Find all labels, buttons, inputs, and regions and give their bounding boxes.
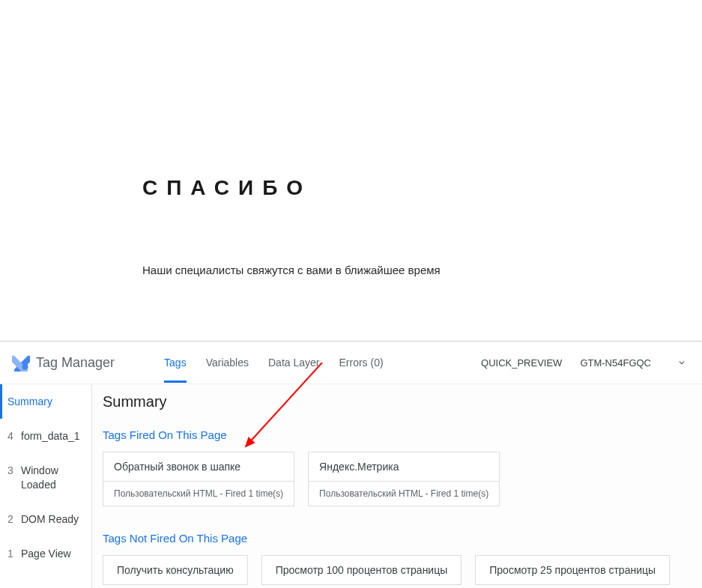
svg-point-2 (22, 364, 28, 370)
page-content: СПАСИБО Наши специалисты свяжутся с вами… (0, 0, 702, 341)
preview-label: QUICK_PREVIEW (481, 357, 562, 369)
sidebar-item-event[interactable]: 1 Page View (0, 536, 91, 571)
gtm-body: Summary 4 form_data_1 3 Window Loaded 2 … (0, 384, 702, 588)
tag-card-meta: Пользовательский HTML - Fired 1 time(s) (309, 481, 499, 506)
gtm-main: Summary Tags Fired On This Page Обратный… (92, 384, 702, 588)
sidebar-item-label: Summary (7, 395, 84, 408)
tag-card-title: Просмотр 25 процентов страницы (476, 556, 669, 584)
chevron-down-icon[interactable] (677, 357, 687, 368)
tab-tags[interactable]: Tags (164, 343, 187, 383)
sidebar-item-label: Page View (21, 547, 84, 560)
not-fired-section-title: Tags Not Fired On This Page (103, 532, 692, 545)
sidebar-item-num: 3 (7, 464, 15, 491)
fired-section-title: Tags Fired On This Page (103, 428, 692, 441)
tag-card[interactable]: Обратный звонок в шапке Пользовательский… (103, 452, 294, 506)
tag-card[interactable]: Яндекс.Метрика Пользовательский HTML - F… (308, 452, 500, 506)
container-id-label: GTM-N54FGQC (580, 357, 651, 369)
tag-card[interactable]: Просмотр 100 процентов страницы (261, 555, 462, 585)
fired-tag-cards: Обратный звонок в шапке Пользовательский… (103, 452, 692, 506)
gtm-logo: Tag Manager (12, 354, 115, 372)
tab-errors[interactable]: Errors (0) (339, 343, 383, 383)
gtm-brand-label: Tag Manager (36, 355, 115, 371)
tag-card[interactable]: Получить консультацию (103, 555, 248, 585)
tag-card-title: Яндекс.Метрика (309, 452, 499, 481)
sidebar-item-event[interactable]: 3 Window Loaded (0, 453, 91, 501)
tag-card-title: Обратный звонок в шапке (103, 452, 294, 481)
sidebar-item-event[interactable]: 4 form_data_1 (0, 419, 91, 453)
thanks-title: СПАСИБО (142, 176, 702, 200)
gtm-logo-icon (12, 354, 30, 372)
sidebar-item-label: Window Loaded (21, 464, 84, 491)
tag-card-title: Получить консультацию (103, 556, 247, 584)
sidebar-item-event[interactable]: 2 DOM Ready (0, 502, 91, 536)
sidebar-item-num: 2 (7, 512, 15, 526)
sidebar-item-num: 4 (7, 429, 15, 443)
gtm-header-right: QUICK_PREVIEW GTM-N54FGQC (481, 357, 687, 369)
tag-card-meta: Пользовательский HTML - Fired 1 time(s) (103, 481, 294, 506)
sidebar-item-num: 1 (7, 547, 15, 560)
thanks-subtitle: Наши специалисты свяжутся с вами в ближа… (142, 264, 702, 276)
sidebar-item-summary[interactable]: Summary (0, 384, 91, 419)
tag-card[interactable]: Просмотр 25 процентов страницы (475, 555, 670, 585)
tab-variables[interactable]: Variables (206, 343, 249, 383)
sidebar-item-label: DOM Ready (21, 512, 84, 526)
gtm-tabs: Tags Variables Data Layer Errors (0) (164, 343, 384, 383)
main-title: Summary (103, 393, 692, 410)
gtm-header: Tag Manager Tags Variables Data Layer Er… (0, 342, 702, 384)
gtm-debug-panel: Tag Manager Tags Variables Data Layer Er… (0, 341, 702, 588)
not-fired-tag-cards: Получить консультацию Просмотр 100 проце… (103, 555, 692, 585)
sidebar-item-label: form_data_1 (21, 429, 84, 443)
tab-data-layer[interactable]: Data Layer (268, 343, 319, 383)
gtm-sidebar: Summary 4 form_data_1 3 Window Loaded 2 … (0, 384, 92, 588)
tag-card-title: Просмотр 100 процентов страницы (262, 556, 462, 584)
